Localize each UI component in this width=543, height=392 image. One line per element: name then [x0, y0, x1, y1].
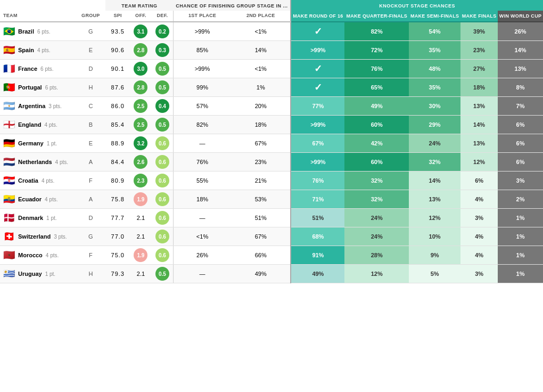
team-cell: 🇫🇷France6 pts. [0, 60, 76, 78]
spi-col-header: SPI [105, 11, 130, 22]
win-cell: 1% [498, 209, 543, 227]
win-cell: 7% [498, 97, 543, 116]
table-row: 🇳🇱Netherlands4 pts.A84.42.60.676%23%>99%… [0, 153, 543, 172]
final-cell: 13% [460, 134, 498, 153]
table-row: 🇪🇨Ecuador4 pts.A75.81.90.618%53%71%32%13… [0, 190, 543, 209]
def-badge: 0.5 [155, 118, 169, 132]
off-badge: 2.6 [134, 155, 147, 169]
r16-cell: ✓ [291, 60, 344, 78]
sf-cell: 14% [409, 172, 460, 190]
def-badge: 0.6 [155, 248, 169, 262]
win-cell: 1% [498, 227, 543, 246]
first-place-cell: 26% [173, 246, 231, 265]
second-place-cell: 21% [231, 172, 291, 190]
group-cell: G [76, 227, 105, 246]
sf-cell: 48% [409, 60, 460, 78]
sf-col-header: MAKE SEMI-FINALS [409, 11, 460, 22]
second-place-cell: 49% [231, 265, 291, 283]
team-cell: 🇨🇭Switzerland3 pts. [0, 227, 76, 246]
qf-cell: 24% [344, 209, 409, 227]
sf-cell: 29% [409, 116, 460, 134]
group-cell: A [76, 190, 105, 209]
spi-cell: 90.6 [105, 41, 130, 60]
final-cell: 4% [460, 246, 498, 265]
def-badge: 0.5 [155, 80, 169, 94]
table-row: 🏴󠁧󠁢󠁥󠁮󠁧󠁿England4 pts.B85.42.50.582%18%>99… [0, 116, 543, 134]
sf-cell: 35% [409, 41, 460, 60]
group-cell: D [76, 60, 105, 78]
off-badge: 3.1 [134, 24, 147, 38]
def-badge: 0.2 [155, 24, 169, 38]
team-cell: 🏴󠁧󠁢󠁥󠁮󠁧󠁿England4 pts. [0, 116, 76, 134]
sf-cell: 35% [409, 78, 460, 97]
main-container: TEAM RATING CHANCE OF FINISHING GROUP ST… [0, 0, 543, 283]
team-pts: 4 pts. [45, 197, 57, 202]
table-row: 🇺🇾Uruguay1 pt.H79.32.10.5—49%49%12%5%3%1… [0, 265, 543, 283]
win-cell: 2% [498, 190, 543, 209]
win-cell: 8% [498, 78, 543, 97]
spi-cell: 77.7 [105, 209, 130, 227]
r16-cell: 51% [291, 209, 344, 227]
second-place-cell: 51% [231, 209, 291, 227]
team-name: Ecuador [18, 196, 42, 202]
final-cell: 3% [460, 265, 498, 283]
off-cell: 2.8 [130, 41, 152, 60]
win-cell: 6% [498, 116, 543, 134]
spi-cell: 75.0 [105, 246, 130, 265]
qf-cell: 32% [344, 172, 409, 190]
team-cell: 🇩🇰Denmark1 pt. [0, 209, 76, 227]
def-badge: 0.6 [155, 211, 169, 225]
off-cell: 2.5 [130, 116, 152, 134]
def-cell: 0.4 [152, 97, 174, 116]
def-cell: 0.3 [152, 41, 174, 60]
team-flag: 🇵🇹 [3, 83, 15, 92]
spi-cell: 79.3 [105, 265, 130, 283]
team-flag: 🇨🇭 [3, 232, 15, 241]
win-cell: 1% [498, 246, 543, 265]
team-pts: 6 pts. [40, 66, 53, 72]
first-place-cell: — [173, 265, 231, 283]
final-cell: 13% [460, 97, 498, 116]
chance-header: CHANCE OF FINISHING GROUP STAGE IN ... [173, 0, 291, 11]
off-badge: 1.9 [134, 192, 147, 206]
rankings-table: TEAM RATING CHANCE OF FINISHING GROUP ST… [0, 0, 543, 283]
def-badge: 0.6 [155, 192, 169, 206]
off-cell: 2.6 [130, 153, 152, 172]
def-cell: 0.6 [152, 134, 174, 153]
off-cell: 2.8 [130, 78, 152, 97]
group-cell: H [76, 78, 105, 97]
off-cell: 2.1 [130, 265, 152, 283]
second-place-cell: <1% [231, 60, 291, 78]
team-flag: 🇲🇦 [3, 250, 15, 260]
off-cell: 2.5 [130, 97, 152, 116]
team-pts: 4 pts. [55, 159, 68, 165]
win-cell: 3% [498, 172, 543, 190]
sf-cell: 30% [409, 97, 460, 116]
win-cell: 13% [498, 60, 543, 78]
group-col-header: GROUP [76, 11, 105, 22]
off-badge: 1.9 [134, 248, 147, 262]
spi-cell: 85.4 [105, 116, 130, 134]
qf-cell: 24% [344, 227, 409, 246]
sf-cell: 10% [409, 227, 460, 246]
off-col-header: OFF. [130, 11, 152, 22]
def-badge: 0.6 [155, 230, 169, 243]
off-cell: 2.1 [130, 209, 152, 227]
qf-cell: 65% [344, 78, 409, 97]
team-name: Germany [18, 140, 44, 146]
team-pts: 4 pts. [46, 252, 59, 258]
sf-cell: 54% [409, 22, 460, 41]
team-name: Netherlands [18, 159, 52, 165]
team-pts: 4 pts. [37, 47, 50, 53]
second-place-cell: 67% [231, 134, 291, 153]
second-place-cell: 66% [231, 246, 291, 265]
off-badge: 2.5 [134, 99, 147, 113]
spi-cell: 88.9 [105, 134, 130, 153]
team-name: Portugal [18, 84, 42, 91]
qf-cell: 12% [344, 265, 409, 283]
r16-col-header: MAKE ROUND OF 16 [291, 11, 344, 22]
off-cell: 1.9 [130, 190, 152, 209]
team-pts: 4 pts. [42, 178, 54, 184]
r16-cell: >99% [291, 116, 344, 134]
team-name: Argentina [18, 103, 45, 109]
